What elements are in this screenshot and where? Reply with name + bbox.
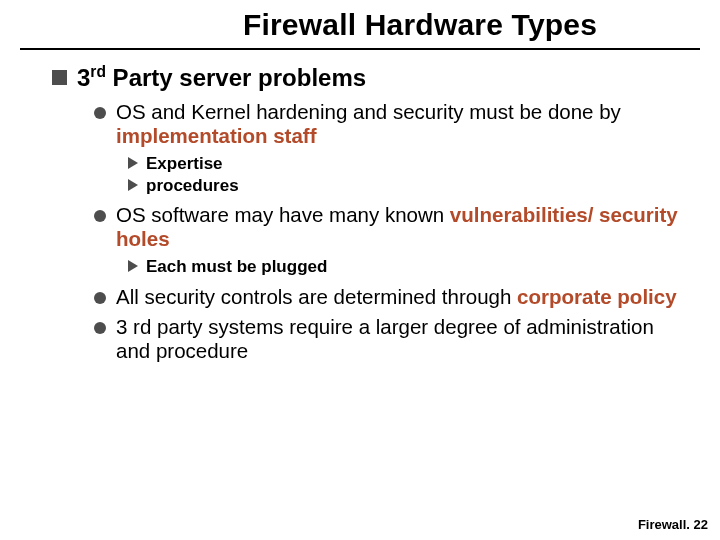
l1-text: 3rd Party server problems [77,64,366,92]
slide-footer: Firewall. 22 [638,517,708,532]
l1-post: Party server problems [106,64,366,91]
bullet-l3: Each must be plugged [128,257,690,277]
l2-text: OS and Kernel hardening and security mus… [116,100,690,148]
square-bullet-icon [52,70,67,85]
l1-pre: 3 [77,64,90,91]
arrow-bullet-icon [128,179,140,191]
l2-list: OS and Kernel hardening and security mus… [52,100,690,364]
bullet-l3: Expertise [128,154,690,174]
bullet-l2: OS and Kernel hardening and security mus… [94,100,690,148]
round-bullet-icon [94,107,106,119]
l2-text: OS software may have many known vulnerab… [116,203,690,251]
title-area: Firewall Hardware Types [0,0,720,46]
slide-body: 3rd Party server problems OS and Kernel … [0,50,720,364]
arrow-bullet-icon [128,260,140,272]
svg-marker-2 [128,260,138,272]
l2-pre: All security controls are determined thr… [116,285,517,308]
bullet-l2: 3 rd party systems require a larger degr… [94,315,690,363]
l2-em: implementation staff [116,124,316,147]
l2-em: corporate policy [517,285,677,308]
bullet-l2: OS software may have many known vulnerab… [94,203,690,251]
bullet-l3: procedures [128,176,690,196]
svg-marker-1 [128,179,138,191]
slide-title: Firewall Hardware Types [140,8,700,42]
round-bullet-icon [94,210,106,222]
l3-list: Each must be plugged [94,257,690,277]
l2-pre: OS software may have many known [116,203,450,226]
round-bullet-icon [94,292,106,304]
bullet-l1: 3rd Party server problems [52,64,690,92]
arrow-bullet-icon [128,157,140,169]
l3-text: Each must be plugged [146,257,327,277]
l2-text: 3 rd party systems require a larger degr… [116,315,690,363]
l1-sup: rd [90,63,106,80]
l3-text: procedures [146,176,239,196]
round-bullet-icon [94,322,106,334]
l3-text: Expertise [146,154,223,174]
l3-list: Expertise procedures [94,154,690,195]
slide: Firewall Hardware Types 3rd Party server… [0,0,720,540]
l2-pre: OS and Kernel hardening and security mus… [116,100,621,123]
svg-marker-0 [128,157,138,169]
l2-text: All security controls are determined thr… [116,285,677,309]
bullet-l2: All security controls are determined thr… [94,285,690,309]
